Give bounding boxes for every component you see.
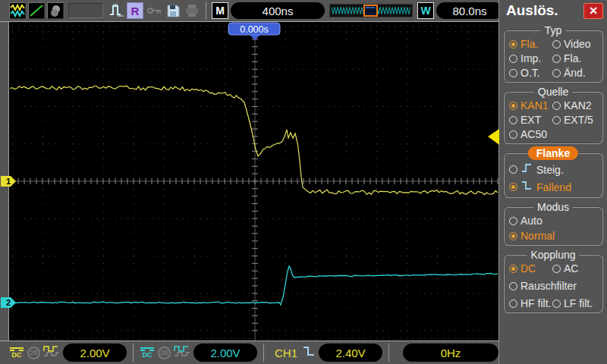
radio-icon xyxy=(509,116,517,124)
radio-icon xyxy=(509,40,517,49)
radio-icon xyxy=(509,55,517,63)
scope-svg: 1 2 0.000s xyxy=(9,22,499,340)
modus-group: Modus Auto Normal xyxy=(503,206,603,246)
radio-quelle-ext[interactable]: EXT xyxy=(509,114,552,126)
radio-icon xyxy=(509,217,517,225)
radio-flanke-fallend[interactable]: Fallend xyxy=(509,180,599,194)
ch2-ground-marker[interactable]: 2 xyxy=(1,297,16,308)
left-column: R M 400ns W 80.0ns xyxy=(0,0,498,364)
radio-icon xyxy=(552,265,561,273)
radio-quelle-kan1[interactable]: KAN1 xyxy=(509,99,552,111)
printer-icon[interactable] xyxy=(184,2,200,19)
toolbar-separator xyxy=(206,2,206,20)
radio-icon xyxy=(552,55,561,63)
radio-modus-auto[interactable]: Auto xyxy=(509,215,599,227)
radio-icon xyxy=(552,300,561,308)
channel-waves-icon[interactable] xyxy=(9,2,26,19)
snapshot-icon[interactable] xyxy=(47,2,64,19)
svg-text:0.000s: 0.000s xyxy=(240,24,269,35)
ch2-bandwidth-icon[interactable]: 20 xyxy=(158,347,171,359)
ch2-scale-value[interactable]: 2.00V xyxy=(193,344,257,362)
trigger-level-value[interactable]: 2.40V xyxy=(319,344,382,362)
radio-icon xyxy=(509,183,517,191)
radio-typ-flanke-alt[interactable]: Fla. xyxy=(552,52,599,64)
radio-icon xyxy=(552,116,561,124)
bottombar-separator xyxy=(263,344,264,362)
bottom-status-bar: DC 20 2.00V DC 20 2.00V CH1 2.40V xyxy=(0,340,498,364)
radio-typ-impuls[interactable]: Imp. xyxy=(509,52,552,64)
radio-typ-video[interactable]: Video xyxy=(552,38,599,50)
trigger-frequency-value: 0Hz xyxy=(403,344,498,362)
radio-icon xyxy=(552,102,561,110)
bottombar-separator xyxy=(388,344,389,362)
kopplung-legend: Kopplung xyxy=(527,249,579,261)
radio-icon xyxy=(509,165,517,174)
svg-text:1: 1 xyxy=(6,177,11,186)
lock-key-icon[interactable] xyxy=(146,2,162,19)
ch1-invert-icon[interactable] xyxy=(43,344,60,361)
ch2-invert-icon[interactable] xyxy=(174,344,190,361)
radio-flanke-steigend[interactable]: Steig. xyxy=(509,162,599,177)
trigger-level-arrow[interactable] xyxy=(488,129,499,145)
ch1-coupling-icon[interactable]: DC xyxy=(9,347,24,359)
pulse-icon[interactable] xyxy=(108,2,124,19)
scope-screen: 1 2 0.000s xyxy=(8,22,498,340)
falling-edge-icon xyxy=(521,180,533,194)
top-toolbar: R M 400ns W 80.0ns xyxy=(0,0,498,22)
quelle-legend: Quelle xyxy=(534,86,572,98)
radio-icon xyxy=(552,40,561,49)
radio-kopplung-dc[interactable]: DC xyxy=(509,262,552,275)
radio-icon xyxy=(509,282,517,290)
radio-quelle-ext5[interactable]: EXT/5 xyxy=(552,114,599,126)
sidebar-title: Auslös. xyxy=(506,2,558,19)
ch1-coupling-label: DC xyxy=(12,352,22,359)
main-timebase-value[interactable]: 400ns xyxy=(231,2,325,19)
window-timebase-value[interactable]: 80.0ns xyxy=(436,2,503,19)
flanke-legend: Flanke xyxy=(528,146,578,160)
radio-icon xyxy=(509,130,517,139)
memory-window-strip[interactable] xyxy=(329,4,413,17)
ch2-coupling-icon[interactable]: DC xyxy=(140,347,155,359)
radio-kopplung-ac[interactable]: AC xyxy=(552,262,599,275)
rising-edge-icon xyxy=(521,162,533,177)
ch2-coupling-label: DC xyxy=(143,352,153,359)
radio-icon xyxy=(509,102,517,110)
graticule xyxy=(9,22,499,340)
close-button[interactable]: ✕ xyxy=(583,3,603,19)
ch1-bandwidth-icon[interactable]: 20 xyxy=(27,347,40,359)
radio-quelle-ac50[interactable]: AC50 xyxy=(509,128,552,140)
radio-icon xyxy=(509,232,517,240)
ramp-icon[interactable] xyxy=(28,2,45,19)
flanke-group: Flanke Steig. Fallend xyxy=(503,152,603,198)
svg-text:2: 2 xyxy=(6,298,11,307)
record-icon[interactable]: R xyxy=(127,2,143,19)
trigger-position-tab[interactable]: 0.000s xyxy=(228,23,280,40)
ch1-scale-value[interactable]: 2.00V xyxy=(63,344,127,362)
bottombar-separator xyxy=(133,344,134,362)
radio-typ-flanke[interactable]: Fla. xyxy=(509,38,552,50)
radio-kopplung-rauschfilter[interactable]: Rauschfilter xyxy=(509,280,599,292)
main-row: 1 2 0.000s xyxy=(0,22,498,340)
radio-kopplung-hf-filt[interactable]: HF filt. xyxy=(509,297,552,309)
radio-typ-ot[interactable]: O.T. xyxy=(509,67,552,79)
save-floppy-icon[interactable] xyxy=(165,2,181,19)
typ-legend: Typ xyxy=(541,24,566,36)
radio-quelle-kan2[interactable]: KAN2 xyxy=(552,99,599,111)
trigger-falling-edge-icon xyxy=(302,344,316,361)
radio-icon xyxy=(509,265,517,273)
oscilloscope-app: R M 400ns W 80.0ns xyxy=(0,0,607,364)
memory-strip-svg xyxy=(330,5,412,17)
window-timebase-badge: W xyxy=(417,2,434,19)
status-inset xyxy=(68,3,103,18)
radio-kopplung-lf-filt[interactable]: LF filt. xyxy=(552,297,599,309)
radio-icon xyxy=(552,69,561,77)
radio-typ-aenderung[interactable]: Änd. xyxy=(552,67,599,79)
trigger-source-label: CH1 xyxy=(275,347,297,359)
quelle-group: Quelle KAN1 KAN2 EXT EXT/5 AC50 xyxy=(503,91,603,144)
sidebar-header: Auslös. ✕ xyxy=(499,0,607,21)
trigger-menu-sidebar: Auslös. ✕ Typ Fla. Video Imp. Fla. O.T. … xyxy=(498,0,607,364)
radio-modus-normal[interactable]: Normal xyxy=(509,230,599,242)
main-timebase-badge: M xyxy=(212,2,228,19)
radio-icon xyxy=(509,69,517,77)
ch1-ground-marker[interactable]: 1 xyxy=(1,176,16,187)
